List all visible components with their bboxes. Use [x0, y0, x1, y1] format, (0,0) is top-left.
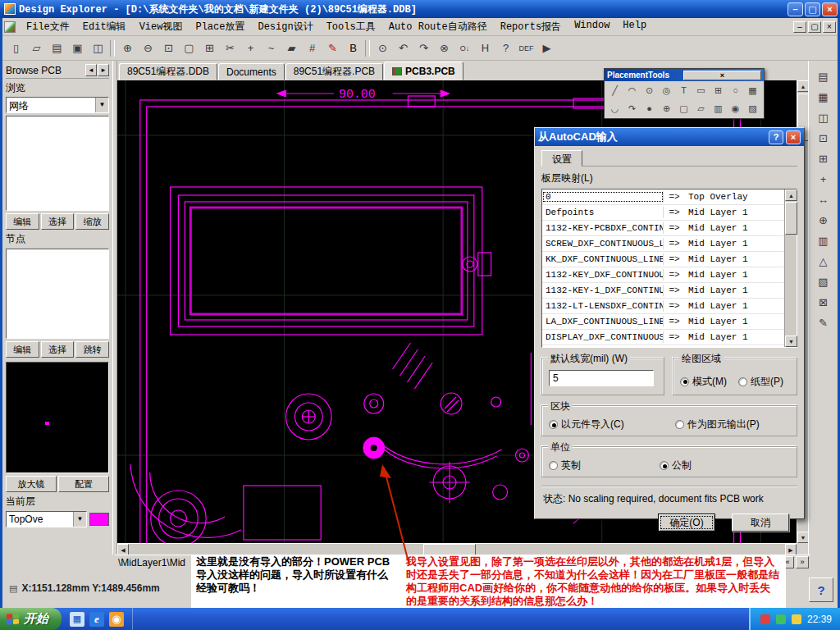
place-string-icon[interactable]: T — [675, 82, 692, 98]
zoom-out-icon[interactable]: ⊖ — [139, 39, 158, 57]
place-target-icon[interactable]: ◉ — [727, 100, 744, 116]
grid-setup-icon[interactable]: # — [303, 39, 322, 57]
place-polygon-icon[interactable]: ▱ — [692, 100, 710, 116]
mdi-restore-button[interactable]: ▢ — [808, 21, 821, 33]
mapping-target-cell[interactable]: Mid Layer 1 — [685, 300, 784, 312]
document-system-icon[interactable] — [4, 21, 16, 33]
node-listbox[interactable] — [6, 249, 109, 339]
mapping-row[interactable]: 1132-KEY_DXF_CONTINUOUS=>Mid Layer 1 — [542, 267, 784, 283]
panel-button[interactable]: 选择 — [41, 341, 75, 358]
panel-button[interactable]: 配置 — [58, 476, 109, 492]
def-layers-icon[interactable]: DEF — [517, 39, 536, 57]
place-pad-icon[interactable]: ◎ — [658, 82, 675, 98]
place-coordinate-icon[interactable]: ⊕ — [658, 100, 675, 116]
place-via-icon[interactable]: ⊙ — [641, 82, 658, 98]
magnifier-preview[interactable] — [6, 362, 109, 473]
mapping-row[interactable]: DISPLAY_DXF_CONTINUOUS=>Mid Layer 1 — [542, 330, 784, 345]
mapping-source-cell[interactable]: DISPLAY_DXF_CONTINUOUS — [542, 331, 664, 343]
media-player-icon[interactable]: ◉ — [109, 612, 124, 627]
mapping-source-cell[interactable]: Defpoints — [542, 207, 664, 218]
interactive-route-icon[interactable]: ~ — [262, 39, 281, 57]
panel-button[interactable]: 放大镜 — [6, 476, 57, 492]
zoom-area-icon[interactable]: ⊡ — [814, 129, 833, 147]
annotate-pen-icon[interactable]: ✎ — [323, 39, 342, 57]
menu-tools[interactable]: Tools工具 — [321, 18, 381, 35]
hole-size-icon[interactable]: H — [476, 39, 495, 57]
menu-edit[interactable]: Edit编辑 — [77, 18, 132, 35]
layer-tabs[interactable]: \MidLayer1\Mid — [115, 557, 189, 568]
panel-button[interactable]: 选择 — [41, 213, 75, 230]
split-view-icon[interactable]: ◫ — [814, 108, 833, 126]
place-arc-center-icon[interactable]: ◡ — [606, 100, 623, 116]
canvas-horizontal-scrollbar[interactable]: ◀ ▶ — [117, 543, 797, 555]
run-drc-icon[interactable]: ▶ — [537, 39, 556, 57]
mapping-target-cell[interactable]: Mid Layer 1 — [685, 253, 784, 265]
document-tab[interactable]: PCB3.PCB — [384, 62, 463, 80]
pan-view-icon[interactable]: + — [814, 170, 833, 188]
show-desktop-icon[interactable]: ▦ — [70, 612, 84, 627]
mapping-source-cell[interactable]: 1132-KEY_DXF_CONTINUOUS — [542, 269, 664, 281]
place-circle-icon[interactable]: ○ — [727, 82, 744, 98]
combo-arrow-icon[interactable]: ▼ — [95, 98, 108, 112]
mapping-source-cell[interactable]: 1132-KEY-1_DXF_CONTINUO — [542, 285, 664, 296]
scroll-down-icon[interactable]: ▼ — [785, 336, 797, 347]
line-width-input[interactable] — [549, 370, 654, 386]
cancel-button[interactable]: 取消 — [732, 514, 789, 532]
zoom-in-icon[interactable]: ⊕ — [118, 39, 137, 57]
menu-file[interactable]: File文件 — [21, 18, 75, 35]
panel-button[interactable]: 编辑 — [6, 341, 39, 358]
mdi-minimize-button[interactable]: – — [793, 21, 806, 33]
radio-option[interactable]: 模式(M) — [680, 372, 727, 391]
document-tab[interactable]: 89C51编程器.PCB — [285, 63, 383, 80]
mapping-row[interactable]: 1132-KEY-1_DXF_CONTINUO=>Mid Layer 1 — [542, 283, 784, 299]
place-full-circle-icon[interactable]: ● — [641, 100, 658, 116]
select-area-icon[interactable]: ▢ — [180, 39, 199, 57]
place-rotate-icon[interactable]: ↷ — [623, 100, 641, 116]
mapping-source-cell[interactable]: 1132-LT-LENSDXF_CONTINU — [542, 300, 664, 312]
current-layer-combobox[interactable]: TopOve ▼ — [6, 511, 87, 527]
zoom-fit-icon[interactable]: ⊞ — [814, 149, 833, 167]
dialog-help-icon[interactable]: ? — [769, 130, 783, 144]
panel-button[interactable]: 编辑 — [6, 213, 39, 230]
mapping-source-cell[interactable]: SCREW_DXF_CONTINUOUS_LI — [542, 238, 664, 249]
placement-tools-palette[interactable]: PlacementTools × ╱◠⊙◎T▭⊞○▦ ◡↷●⊕▢▱▥◉▨ — [604, 68, 765, 119]
tray-icon-3[interactable] — [792, 614, 801, 624]
radio-option[interactable]: 英制 — [549, 458, 581, 473]
panel-scroll-right-icon[interactable]: ▸ — [98, 64, 109, 76]
menu-design[interactable]: Design设计 — [252, 18, 318, 35]
panel-button[interactable]: 跳转 — [75, 341, 109, 358]
document-tab[interactable]: Documents — [218, 63, 285, 80]
dialog-titlebar[interactable]: 从AutoCAD输入 ? × — [535, 128, 804, 146]
scroll-right-icon[interactable]: ▶ — [785, 544, 797, 555]
current-layer-color-swatch[interactable] — [89, 513, 109, 526]
menu-place[interactable]: Place放置 — [189, 18, 250, 35]
palette-titlebar[interactable]: PlacementTools × — [605, 69, 764, 81]
layer-scroll-right-icon[interactable]: » — [796, 556, 809, 568]
bold-text-icon[interactable]: B — [344, 39, 363, 57]
array-paste-icon[interactable]: ⊞ — [200, 39, 219, 57]
place-hatch-icon[interactable]: ▥ — [710, 100, 727, 116]
documents-panel-icon[interactable]: ▤ — [814, 67, 833, 85]
place-arc-edge-icon[interactable]: ◠ — [623, 82, 641, 98]
tray-icon-2[interactable] — [776, 614, 786, 624]
print-preview-icon[interactable]: ◫ — [89, 39, 107, 57]
mapping-target-cell[interactable]: Mid Layer 1 — [685, 285, 784, 296]
minimize-button[interactable]: – — [788, 2, 803, 16]
mapping-row[interactable]: 0=>Top Overlay — [542, 189, 784, 205]
cut-icon[interactable]: ✂ — [221, 39, 240, 57]
mapping-table-scrollbar[interactable]: ▲ ▼ — [784, 189, 797, 347]
maximize-button[interactable]: ▢ — [805, 2, 820, 16]
mapping-target-cell[interactable]: Mid Layer 1 — [685, 238, 784, 249]
menu-view[interactable]: View视图 — [134, 18, 189, 35]
mapping-target-cell[interactable]: Mid Layer 1 — [685, 207, 784, 218]
cross-probe-icon[interactable]: ⊗ — [435, 39, 454, 57]
mapping-source-cell[interactable]: LA_DXF_CONTINUOUS_LINE — [542, 316, 664, 327]
mapping-row[interactable]: 1132-KEY-PCBDXF_CONTINU=>Mid Layer 1 — [542, 221, 784, 236]
panel-scroll-left-icon[interactable]: ◂ — [85, 64, 97, 76]
mapping-source-cell[interactable]: KK_DXF_CONTINUOUS_LINE — [542, 253, 664, 265]
mapping-target-cell[interactable]: Mid Layer 1 — [685, 316, 784, 327]
board-3d-icon[interactable]: △ — [814, 252, 833, 270]
mapping-target-cell[interactable]: Top Overlay — [685, 191, 784, 203]
dialog-close-icon[interactable]: × — [786, 130, 801, 144]
import-autocad-dialog[interactable]: 从AutoCAD输入 ? × 设置 板层映射(L) 0=>Top Overlay… — [534, 127, 805, 519]
